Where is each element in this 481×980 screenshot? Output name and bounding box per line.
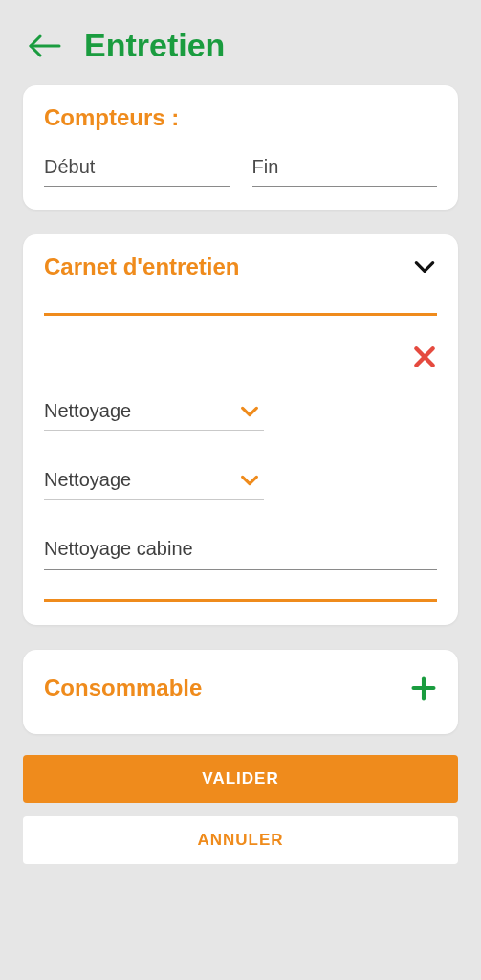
- consommable-title: Consommable: [44, 675, 202, 702]
- compteurs-card: Compteurs : Début Fin: [23, 85, 458, 210]
- select-value: Nettoyage: [44, 469, 131, 491]
- annuler-button[interactable]: ANNULER: [23, 816, 458, 864]
- chevron-down-icon: [239, 401, 260, 422]
- chevron-down-icon[interactable]: [412, 255, 437, 279]
- consommable-card: Consommable: [23, 650, 458, 734]
- select-nettoyage-2[interactable]: Nettoyage: [44, 463, 264, 500]
- description-input[interactable]: [44, 532, 437, 570]
- fin-field[interactable]: Fin: [252, 156, 438, 187]
- divider-line: [44, 313, 437, 316]
- chevron-down-icon: [239, 470, 260, 491]
- debut-field[interactable]: Début: [44, 156, 230, 187]
- fin-label: Fin: [252, 156, 438, 186]
- carnet-title: Carnet d'entretien: [44, 254, 239, 280]
- debut-label: Début: [44, 156, 230, 186]
- divider-line: [44, 599, 437, 602]
- compteurs-title: Compteurs :: [44, 104, 437, 131]
- close-icon[interactable]: [412, 345, 437, 369]
- header: Entretien: [23, 0, 458, 85]
- page-title: Entretien: [84, 27, 225, 64]
- select-nettoyage-1[interactable]: Nettoyage: [44, 394, 264, 431]
- carnet-card: Carnet d'entretien Nettoyage: [23, 234, 458, 625]
- back-arrow-icon[interactable]: [27, 34, 61, 57]
- valider-button[interactable]: VALIDER: [23, 755, 458, 803]
- select-value: Nettoyage: [44, 400, 131, 422]
- plus-icon[interactable]: [410, 675, 437, 702]
